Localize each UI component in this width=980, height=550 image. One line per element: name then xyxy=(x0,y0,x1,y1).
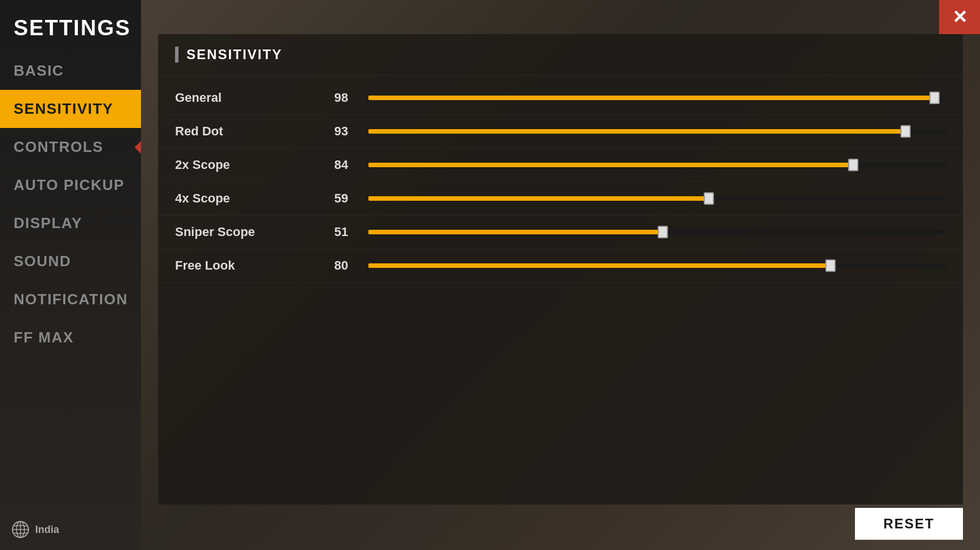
slider-row-free-look: Free Look80 xyxy=(158,249,963,283)
sidebar-item-display[interactable]: DISPLAY xyxy=(0,204,141,242)
slider-row-4x-scope: 4x Scope59 xyxy=(158,182,963,216)
settings-panel: SENSITIVITY General98Red Dot932x Scope84… xyxy=(158,34,963,504)
slider-value: 93 xyxy=(334,124,368,139)
slider-track xyxy=(368,96,946,100)
slider-value: 84 xyxy=(334,158,368,172)
slider-thumb[interactable] xyxy=(658,226,668,238)
slider-track xyxy=(368,230,946,234)
slider-label: 4x Scope xyxy=(175,191,334,206)
slider-thumb[interactable] xyxy=(929,92,940,104)
slider-thumb[interactable] xyxy=(900,125,911,138)
sidebar-item-sound[interactable]: SOUND xyxy=(0,242,141,280)
slider-row-general: General98 xyxy=(158,81,963,115)
slider-label: Sniper Scope xyxy=(175,225,334,239)
slider-track xyxy=(368,263,946,268)
slider-fill xyxy=(368,129,906,134)
slider-label: General xyxy=(175,90,334,105)
slider-label: 2x Scope xyxy=(175,158,334,172)
slider-fill xyxy=(368,263,830,268)
sidebar-item-notification[interactable]: NOTIFICATION xyxy=(0,280,141,319)
sliders-container: General98Red Dot932x Scope844x Scope59Sn… xyxy=(158,76,963,504)
globe-icon xyxy=(11,520,30,539)
slider-track-container[interactable] xyxy=(368,226,946,238)
slider-thumb[interactable] xyxy=(825,259,836,272)
slider-label: Red Dot xyxy=(175,124,334,139)
slider-fill xyxy=(368,230,663,234)
slider-row-sniper-scope: Sniper Scope51 xyxy=(158,216,963,249)
slider-track-container[interactable] xyxy=(368,193,946,204)
slider-track-container[interactable] xyxy=(368,260,946,271)
slider-value: 59 xyxy=(334,191,368,206)
sidebar-item-sensitivity[interactable]: SENSITIVITY xyxy=(0,90,141,128)
close-button[interactable]: ✕ xyxy=(939,0,980,34)
slider-row-2x-scope: 2x Scope84 xyxy=(158,148,963,182)
sidebar-footer: India xyxy=(11,520,59,539)
section-title: SENSITIVITY xyxy=(186,47,283,63)
slider-value: 80 xyxy=(334,258,368,273)
slider-thumb[interactable] xyxy=(704,192,714,205)
region-label: India xyxy=(35,524,59,536)
section-bar-icon xyxy=(175,47,178,63)
slider-thumb[interactable] xyxy=(848,159,858,171)
slider-track-container[interactable] xyxy=(368,159,946,171)
main-content: ✕ SENSITIVITY General98Red Dot932x Scope… xyxy=(141,0,980,550)
sidebar-item-ff-max[interactable]: FF MAX xyxy=(0,319,141,357)
slider-label: Free Look xyxy=(175,258,334,273)
slider-track xyxy=(368,196,946,201)
slider-value: 98 xyxy=(334,90,368,105)
settings-title: SETTINGS xyxy=(0,0,141,52)
slider-track-container[interactable] xyxy=(368,126,946,137)
slider-fill xyxy=(368,163,853,167)
slider-row-red-dot: Red Dot93 xyxy=(158,115,963,148)
slider-track-container[interactable] xyxy=(368,92,946,104)
sidebar-item-controls[interactable]: CONTROLS xyxy=(0,128,141,166)
sidebar: SETTINGS BASICSENSITIVITYCONTROLSAUTO PI… xyxy=(0,0,141,550)
section-header: SENSITIVITY xyxy=(158,34,963,76)
reset-button[interactable]: RESET xyxy=(855,508,963,540)
slider-fill xyxy=(368,196,709,201)
slider-value: 51 xyxy=(334,225,368,239)
slider-fill xyxy=(368,96,935,100)
slider-track xyxy=(368,129,946,134)
sidebar-item-basic[interactable]: BASIC xyxy=(0,52,141,90)
sidebar-item-auto-pickup[interactable]: AUTO PICKUP xyxy=(0,166,141,204)
close-icon: ✕ xyxy=(952,6,967,28)
slider-track xyxy=(368,163,946,167)
